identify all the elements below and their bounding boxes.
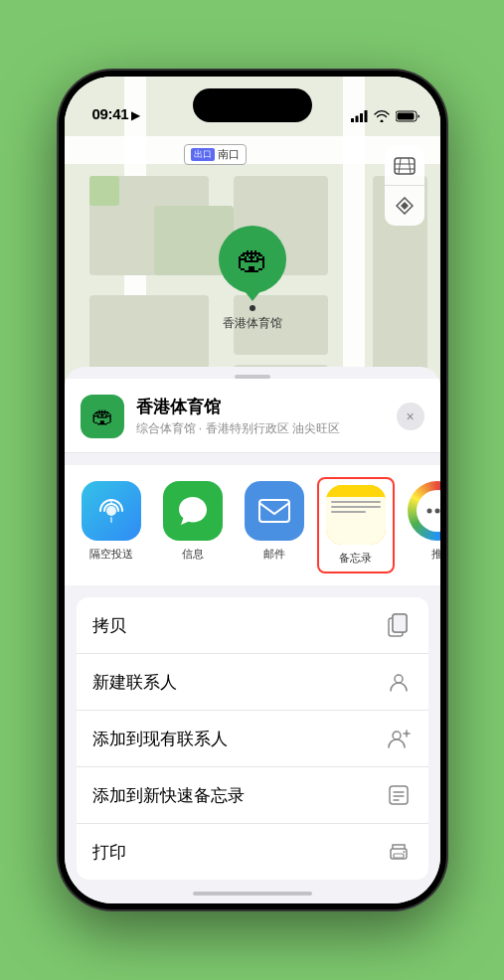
share-item-mail[interactable]: 邮件 [240, 481, 309, 570]
share-item-more[interactable]: 推 [403, 481, 440, 570]
signal-icon [351, 110, 368, 122]
svg-point-20 [106, 506, 116, 516]
action-item-print[interactable]: 打印 [77, 824, 428, 880]
phone-screen: 09:41 ▶ [65, 77, 440, 903]
status-icons [351, 110, 420, 122]
share-item-airdrop[interactable]: 隔空投送 [77, 481, 146, 570]
map-label: 出口 南口 [184, 144, 247, 165]
action-list: 拷贝 新建联系人 [77, 597, 428, 880]
pin-label: 香港体育馆 [223, 315, 282, 332]
messages-bubble-icon [176, 495, 210, 527]
home-indicator [193, 892, 312, 896]
phone-frame: 09:41 ▶ [59, 71, 446, 909]
place-name: 香港体育馆 [136, 396, 385, 418]
location-button[interactable] [385, 186, 424, 226]
location-pin: 🏟 香港体育馆 [219, 226, 286, 332]
action-item-copy[interactable]: 拷贝 [77, 597, 428, 654]
place-info: 香港体育馆 综合体育馆 · 香港特别行政区 油尖旺区 [136, 396, 385, 437]
svg-point-29 [393, 732, 401, 739]
messages-label: 信息 [182, 547, 204, 562]
svg-rect-1 [355, 116, 358, 123]
bottom-sheet: 🏟 香港体育馆 综合体育馆 · 香港特别行政区 油尖旺区 × [65, 367, 440, 903]
quicknote-icon [385, 781, 413, 809]
svg-rect-21 [259, 500, 289, 522]
map-type-button[interactable] [385, 146, 424, 186]
svg-rect-0 [351, 118, 354, 122]
dynamic-island [193, 88, 312, 122]
place-logo: 🏟 [81, 395, 124, 438]
action-new-contact-label: 新建联系人 [92, 671, 385, 694]
print-icon [385, 838, 413, 866]
action-copy-label: 拷贝 [92, 614, 385, 637]
more-label: 推 [431, 547, 440, 562]
battery-icon [396, 110, 420, 122]
map-label-badge: 出口 [191, 148, 215, 161]
share-item-messages[interactable]: 信息 [158, 481, 228, 570]
airdrop-waves-icon [94, 494, 128, 528]
more-icon [408, 481, 440, 541]
action-item-quicknote[interactable]: 添加到新快速备忘录 [77, 767, 428, 824]
add-existing-contact-icon [385, 725, 413, 752]
airdrop-icon [82, 481, 141, 541]
map-type-icon [394, 157, 416, 175]
location-arrow-icon [396, 197, 414, 215]
svg-rect-19 [395, 158, 415, 174]
svg-point-28 [395, 675, 403, 683]
messages-icon [163, 481, 223, 541]
svg-rect-33 [390, 786, 408, 804]
svg-rect-18 [89, 176, 119, 206]
action-print-label: 打印 [92, 841, 385, 864]
pin-circle: 🏟 [219, 226, 286, 293]
svg-rect-27 [393, 614, 407, 632]
svg-point-22 [426, 509, 431, 514]
share-item-notes[interactable]: 备忘录 [321, 481, 391, 570]
action-item-add-existing[interactable]: 添加到现有联系人 [77, 711, 428, 767]
action-quicknote-label: 添加到新快速备忘录 [92, 784, 385, 807]
ellipsis-icon [426, 508, 440, 514]
share-row: 隔空投送 信息 [65, 465, 440, 585]
action-add-existing-label: 添加到现有联系人 [92, 728, 385, 750]
close-button[interactable]: × [397, 403, 424, 430]
mail-envelope-icon [257, 498, 291, 524]
pin-dot [250, 305, 255, 311]
svg-rect-38 [394, 854, 404, 858]
mail-icon [245, 481, 304, 541]
status-time: 09:41 [92, 105, 129, 122]
action-item-new-contact[interactable]: 新建联系人 [77, 654, 428, 711]
map-controls [385, 146, 424, 226]
svg-rect-3 [364, 110, 367, 122]
svg-point-39 [403, 851, 405, 853]
airdrop-label: 隔空投送 [89, 547, 133, 562]
new-contact-icon [385, 668, 413, 696]
location-arrow-icon: ▶ [131, 108, 140, 122]
map-label-text: 南口 [218, 147, 240, 162]
wifi-icon [374, 110, 390, 122]
venue-icon: 🏟 [237, 242, 268, 278]
notes-icon [326, 485, 386, 545]
place-header: 🏟 香港体育馆 综合体育馆 · 香港特别行政区 油尖旺区 × [65, 379, 440, 453]
notes-label: 备忘录 [339, 551, 372, 566]
svg-rect-5 [397, 113, 414, 120]
copy-icon [385, 611, 413, 639]
place-logo-icon: 🏟 [91, 404, 113, 429]
svg-point-23 [434, 509, 439, 514]
svg-rect-2 [360, 113, 363, 122]
place-subtitle: 综合体育馆 · 香港特别行政区 油尖旺区 [136, 420, 385, 437]
mail-label: 邮件 [263, 547, 285, 562]
